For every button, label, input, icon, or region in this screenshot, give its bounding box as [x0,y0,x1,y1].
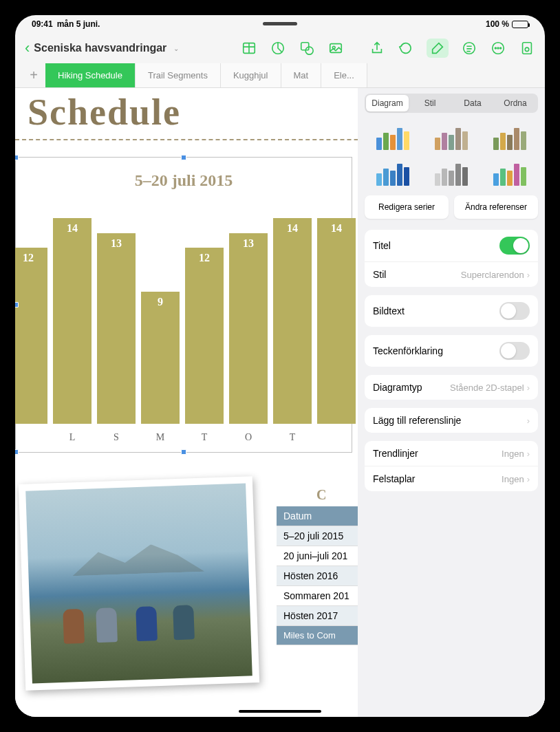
bar-category-label: L [53,432,91,443]
option-title[interactable]: Titel [365,230,538,262]
bar-value: 13 [229,237,268,250]
option-label: Trendlinjer [373,448,418,459]
option-chart-type[interactable]: Diagramtyp Stående 2D-stapel› [365,375,538,400]
page-title: Schedule [28,91,181,133]
table-title-partial: C [316,487,326,503]
sheet-tabs: + Hiking Schedule Trail Segments Kugghju… [15,63,545,88]
chevron-right-icon: › [527,270,530,280]
option-label: Lägg till referenslinje [373,415,461,426]
bar-category-label: T [273,432,312,443]
chart-bar: 14L [53,218,91,424]
home-indicator[interactable] [239,710,321,713]
option-label: Teckenförklaring [373,345,443,356]
selection-handle[interactable] [181,449,186,455]
selection-handle[interactable] [15,155,19,160]
battery-icon [512,21,528,28]
photo-figure [173,605,195,640]
bar-value: 14 [273,222,312,235]
change-references-button[interactable]: Ändra referenser [454,195,538,219]
toolbar: ‹ Sceniska havsvandringar ⌄ [15,33,545,63]
chart-bar: 12 [15,248,47,424]
bar-chart[interactable]: 5–20 juli 2015 1214L13S9M12T13O14T14 [15,157,352,453]
selection-handle[interactable] [181,155,186,160]
chart-style-1[interactable] [366,122,419,153]
option-error-bars[interactable]: Felstaplar Ingen› [365,466,538,491]
option-value: Ingen [502,449,524,459]
back-button[interactable]: ‹ [25,39,30,57]
status-date: mån 5 juni. [57,19,100,29]
svg-point-14 [497,47,499,49]
svg-point-15 [500,47,502,49]
insert-media-icon[interactable] [327,40,344,56]
format-sidebar: Diagram Stil Data Ordna Redigera serier … [358,88,545,717]
bar-value: 14 [317,222,356,235]
svg-rect-4 [301,43,309,50]
option-label: Felstaplar [373,473,415,484]
chart-style-3[interactable] [484,122,537,153]
chart-style-2[interactable] [424,122,477,153]
bar-value: 9 [141,296,180,308]
undo-icon[interactable] [398,40,414,56]
legend-toggle[interactable] [499,342,530,360]
option-label: Stil [373,269,386,280]
insert-shape-icon[interactable] [299,40,315,56]
svg-point-17 [525,47,529,52]
option-label: Titel [373,240,391,251]
document-settings-icon[interactable] [519,40,535,56]
add-sheet-button[interactable]: + [22,63,45,87]
sidebar-tab-diagram[interactable]: Diagram [366,95,409,111]
bar-category-label: S [97,432,136,443]
document-title[interactable]: Sceniska havsvandringar [34,42,166,54]
svg-point-5 [305,47,313,54]
chart-style-5[interactable] [424,158,477,189]
option-caption[interactable]: Bildtext [365,295,538,327]
tab-trail-segments[interactable]: Trail Segments [136,63,221,87]
sidebar-tab-ordna[interactable]: Ordna [494,95,537,111]
insert-table-icon[interactable] [241,40,257,56]
tab-hiking-schedule[interactable]: Hiking Schedule [45,63,136,87]
option-style[interactable]: Stil Superclarendon› [365,262,538,287]
chart-bar: 12T [185,248,224,424]
tab-kugghjul[interactable]: Kugghjul [221,63,281,87]
sidebar-tab-stil[interactable]: Stil [409,95,451,111]
photo-figure [136,606,158,641]
selection-handle[interactable] [15,302,19,308]
caption-toggle[interactable] [499,302,530,320]
organize-icon[interactable] [461,40,477,56]
sidebar-tab-data[interactable]: Data [451,95,494,111]
share-icon[interactable] [369,40,385,56]
more-icon[interactable] [490,40,506,56]
chevron-right-icon: › [527,383,530,393]
format-brush-icon[interactable] [427,39,449,58]
chevron-right-icon: › [527,474,530,484]
chevron-right-icon: › [527,416,530,426]
tab-mat[interactable]: Mat [281,63,322,87]
photo[interactable] [19,476,259,691]
edit-series-button[interactable]: Redigera serier [365,195,449,219]
bar-category-label: M [141,432,180,443]
selection-handle[interactable] [15,449,19,455]
chevron-right-icon: › [527,449,530,459]
option-label: Bildtext [373,305,405,316]
option-add-reference-line[interactable]: Lägg till referenslinje › [365,408,538,433]
chart-bar: 14T [273,218,312,424]
doc-menu-chevron-icon[interactable]: ⌄ [173,45,179,52]
sidebar-tabs: Diagram Stil Data Ordna [365,94,538,113]
svg-point-8 [464,43,475,54]
bar-value: 12 [185,252,224,264]
option-trendlines[interactable]: Trendlinjer Ingen› [365,441,538,466]
option-label: Diagramtyp [373,382,422,393]
tab-elevation[interactable]: Ele... [321,63,367,87]
insert-chart-icon[interactable] [270,40,286,56]
chart-style-6[interactable] [484,158,537,189]
chart-style-grid [358,118,545,193]
battery-percent: 100 % [486,19,509,29]
multitask-pill[interactable] [263,22,297,25]
bar-value: 14 [53,222,91,235]
svg-point-13 [495,47,496,49]
bar-category-label: T [185,432,224,443]
chart-style-4[interactable] [366,158,419,189]
option-legend[interactable]: Teckenförklaring [365,335,538,367]
bar-category-label: O [229,432,268,443]
title-toggle[interactable] [499,237,530,255]
